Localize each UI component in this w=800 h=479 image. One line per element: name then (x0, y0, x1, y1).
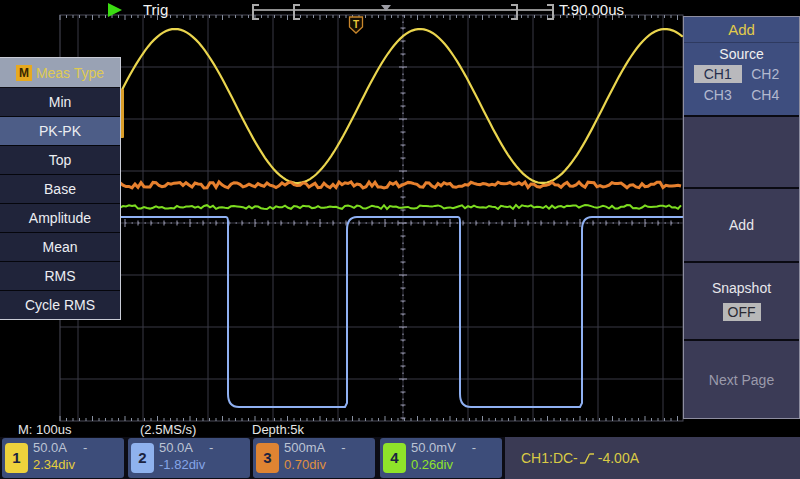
trigger-marker-label: T (353, 19, 359, 30)
menu-item-min[interactable]: Min (0, 88, 120, 116)
rising-edge-icon (579, 452, 597, 465)
menu-item-pkpk[interactable]: PK-PK (0, 116, 120, 145)
ch3-badge: 3 (256, 443, 279, 473)
next-page-button[interactable]: Next Page (684, 339, 799, 419)
ch2-readout-box[interactable]: 2 50.0A- -1.82div (128, 438, 250, 478)
run-state-play-icon (108, 3, 122, 17)
ch2-scale: 50.0A (159, 440, 193, 455)
record-left-bracket-icon (252, 4, 259, 20)
trigger-settings-readout: CH1:DC- -4.00A (505, 437, 800, 479)
menu-item-mean[interactable]: Mean (0, 232, 120, 261)
ch3-dash: - (341, 440, 345, 455)
menu-item-top[interactable]: Top (0, 145, 120, 174)
menu-item-base[interactable]: Base (0, 174, 120, 203)
channel-readout-bar: 1 50.0A- 2.34div 2 50.0A- -1.82div 3 500… (0, 437, 800, 479)
source-section: Add Source CH1 CH2 CH3 CH4 (684, 17, 799, 117)
meas-type-menu: M Meas Type Min PK-PK Top Base Amplitude… (0, 57, 121, 320)
depth-readout: Depth:5k (252, 422, 304, 437)
ch2-position: -1.82div (159, 457, 213, 472)
waveform-ch1-sine (118, 29, 682, 183)
trig-status-label: Trig (143, 1, 168, 18)
trigger-source-coupling: CH1:DC- (521, 450, 578, 466)
panel-title: Add (684, 17, 799, 43)
panel-spacer (684, 117, 799, 187)
snapshot-label: Snapshot (684, 280, 799, 296)
ch4-readout-box[interactable]: 4 50.0mV- 0.26div (380, 438, 502, 478)
timebase-readout: M: 100us (18, 422, 71, 437)
waveform-ch4-trace (60, 205, 681, 209)
record-right-bracket-icon (547, 4, 554, 20)
ch1-position: 2.34div (33, 457, 87, 472)
waveform-ch3-trace (60, 182, 681, 188)
meas-menu-title: Meas Type (36, 65, 104, 81)
ch4-scale: 50.0mV (411, 440, 456, 455)
trigger-position-icon (381, 5, 391, 11)
meas-menu-header: M Meas Type (0, 58, 120, 88)
window-right-bracket-icon (511, 4, 518, 20)
ch3-position: 0.70div (284, 457, 346, 472)
ch2-badge: 2 (131, 443, 154, 473)
source-ch3-option[interactable]: CH3 (694, 86, 742, 104)
softkey-panel: Add Source CH1 CH2 CH3 CH4 Add Snapshot … (683, 16, 800, 419)
menu-item-cycle-rms[interactable]: Cycle RMS (0, 290, 120, 319)
snapshot-section[interactable]: Snapshot OFF (684, 261, 799, 339)
ch3-readout-box[interactable]: 3 500mA- 0.70div (253, 438, 375, 478)
menu-item-rms[interactable]: RMS (0, 261, 120, 290)
sample-rate-readout: (2.5MS/s) (140, 422, 196, 437)
ch3-scale: 500mA (284, 440, 325, 455)
add-button[interactable]: Add (684, 187, 799, 261)
trigger-time-readout: T:90.00us (559, 1, 624, 18)
meas-icon: M (16, 65, 32, 81)
trigger-level-value: -4.00A (598, 450, 639, 466)
ch4-badge: 4 (383, 443, 406, 473)
ch1-readout-box[interactable]: 1 50.0A- 2.34div (2, 438, 124, 478)
ch1-dash: - (83, 440, 87, 455)
source-ch1-option[interactable]: CH1 (694, 65, 742, 83)
ch1-scale: 50.0A (33, 440, 67, 455)
ch1-badge: 1 (5, 443, 28, 473)
source-ch4-option[interactable]: CH4 (742, 86, 790, 104)
snapshot-value-badge[interactable]: OFF (723, 303, 761, 321)
menu-item-amplitude[interactable]: Amplitude (0, 203, 120, 232)
window-left-bracket-icon (293, 4, 300, 20)
source-ch2-option[interactable]: CH2 (742, 65, 790, 83)
source-label: Source (684, 43, 799, 63)
ch4-position: 0.26div (411, 457, 476, 472)
oscilloscope-screen: T Trig T:90.00us M Meas Type Min PK-PK T… (0, 0, 800, 479)
ch2-dash: - (209, 440, 213, 455)
acquisition-status-line: M: 100us (2.5MS/s) Depth:5k (0, 421, 800, 436)
ch4-dash: - (472, 440, 476, 455)
